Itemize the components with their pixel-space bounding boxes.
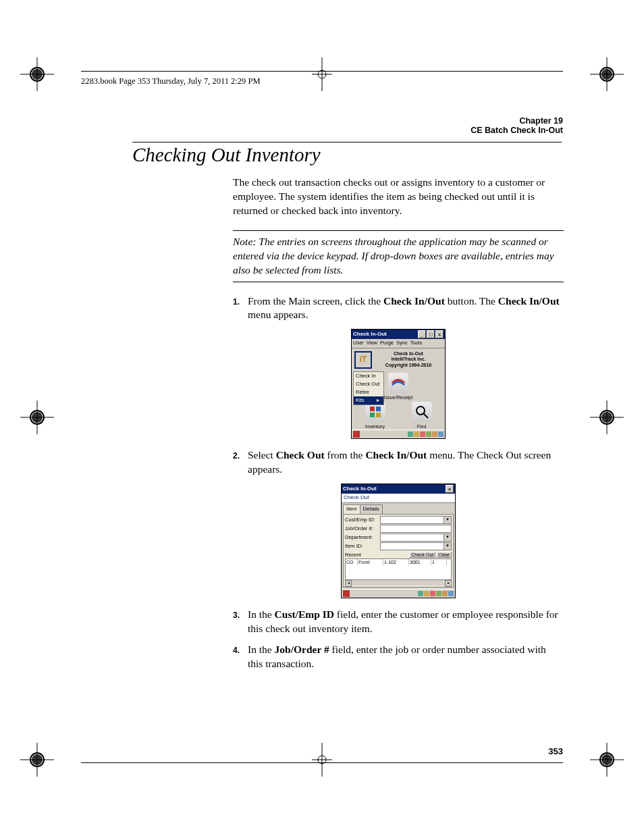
svg-point-9: [32, 754, 43, 765]
department-dropdown[interactable]: ▼: [444, 533, 452, 542]
step-2: 2. Select Check Out from the Check In/Ou…: [233, 448, 564, 477]
menu-item-check-in[interactable]: Check In: [354, 372, 383, 380]
tab-details[interactable]: Details: [360, 504, 383, 514]
inventory-label: Inventory: [352, 423, 398, 429]
step-3: 3. In the Cust/Emp ID field, enter the c…: [233, 608, 564, 636]
svg-line-35: [423, 413, 428, 418]
crop-mark: [20, 57, 54, 91]
label-department: Department:: [345, 534, 380, 541]
crop-mark: [590, 743, 624, 777]
table-row: CO Front 1-102 3001 1: [346, 559, 451, 565]
svg-point-1: [32, 69, 43, 80]
label-item-id: Item ID:: [345, 543, 380, 550]
crop-mark: [590, 400, 624, 434]
step-text: Select Check Out from the Check In/Out m…: [248, 448, 564, 477]
menubar: User View Purge Sync Tools: [352, 339, 445, 348]
svg-point-12: [600, 753, 614, 766]
clear-button[interactable]: Clear: [436, 552, 452, 558]
find-icon: [412, 402, 432, 422]
menu-item-check-out[interactable]: Check Out: [354, 380, 383, 388]
crop-mark: [20, 400, 54, 434]
taskbar: [352, 429, 445, 438]
svg-point-13: [601, 754, 612, 765]
svg-point-20: [600, 411, 614, 424]
svg-point-4: [600, 68, 614, 81]
maximize-button[interactable]: □: [427, 330, 435, 338]
window-titlebar: Check In-Out _ □ ×: [352, 330, 445, 339]
svg-rect-31: [376, 407, 381, 411]
step-text: In the Job/Order # field, enter the job …: [248, 643, 564, 671]
svg-rect-33: [376, 413, 381, 417]
intro-paragraph: The check out transaction checks out or …: [233, 176, 564, 218]
svg-rect-30: [370, 407, 375, 411]
svg-point-21: [601, 412, 612, 423]
window-titlebar: Check In-Out ×: [342, 484, 455, 494]
menu-purge[interactable]: Purge: [380, 340, 394, 346]
label-job-order: Job/Order #:: [345, 525, 380, 532]
menu-tools[interactable]: Tools: [410, 340, 423, 346]
system-tray: [408, 432, 444, 437]
close-button[interactable]: ×: [435, 330, 444, 338]
find-cell[interactable]: Find: [398, 400, 445, 429]
brand-line2: IntelliTrack Inc.: [373, 357, 444, 362]
cust-emp-dropdown[interactable]: ▼: [444, 516, 452, 524]
chapter-number: Chapter 19: [519, 116, 563, 126]
item-id-input[interactable]: [380, 542, 444, 550]
running-header: 2283.book Page 353 Thursday, July 7, 201…: [81, 76, 261, 86]
step-1: 1. From the Main screen, click the Check…: [233, 294, 564, 323]
check-out-button[interactable]: Check Out: [409, 552, 435, 558]
svg-point-0: [30, 68, 44, 81]
step-text: From the Main screen, click the Check In…: [248, 294, 564, 323]
brand-line1: Check In-Out: [373, 351, 444, 357]
scroll-right-icon[interactable]: ▸: [445, 580, 452, 587]
step-number: 2.: [233, 448, 248, 477]
check-in-out-popup: Check In Check Out Retire Kits▸: [353, 371, 384, 406]
horizontal-scrollbar[interactable]: ◂ ▸: [345, 580, 452, 585]
job-order-input[interactable]: [380, 525, 452, 533]
crop-mark: [590, 57, 624, 91]
issue-receipt-icon: [388, 373, 408, 393]
find-label: Find: [398, 423, 445, 429]
taskbar: [342, 589, 455, 598]
sub-menubar[interactable]: Check Out: [342, 494, 455, 503]
svg-rect-32: [370, 413, 375, 417]
window-title: Check In-Out: [353, 331, 417, 338]
item-id-dropdown[interactable]: ▼: [444, 542, 452, 550]
step-number: 4.: [233, 643, 248, 671]
department-input[interactable]: [380, 533, 444, 542]
chapter-label: Chapter 19 CE Batch Check In-Out: [471, 116, 563, 135]
section-title: Checking Out Inventory: [132, 142, 562, 166]
scroll-left-icon[interactable]: ◂: [345, 580, 352, 587]
window-title: Check In-Out: [343, 486, 445, 493]
note-block: Note: The entries on screens throughout …: [233, 230, 564, 282]
minimize-button[interactable]: _: [418, 330, 426, 338]
recent-label: Recent: [345, 552, 408, 558]
menu-sync[interactable]: Sync: [396, 340, 408, 346]
brand-row: iT Check In-Out IntelliTrack Inc. Copyri…: [352, 348, 445, 371]
step-4: 4. In the Job/Order # field, enter the j…: [233, 643, 564, 671]
logo-icon: iT: [354, 351, 372, 369]
menu-item-retire[interactable]: Retire: [354, 388, 383, 396]
menu-user[interactable]: User: [353, 340, 364, 346]
chapter-title: CE Batch Check In-Out: [471, 126, 563, 135]
close-button[interactable]: ×: [446, 485, 454, 493]
svg-point-17: [32, 412, 43, 423]
screenshot-check-in-out-menu: Check In-Out _ □ × User View Purge Sync …: [351, 329, 446, 439]
cust-emp-input[interactable]: [380, 516, 444, 524]
step-number: 3.: [233, 608, 248, 636]
crop-mark: [20, 743, 54, 777]
form-panel: Cust/Emp ID: ▼ Job/Order #: Department: …: [343, 514, 454, 588]
start-icon[interactable]: [353, 431, 360, 438]
step-text: In the Cust/Emp ID field, enter the cust…: [248, 608, 564, 636]
tab-item[interactable]: Item: [343, 504, 360, 514]
menu-item-kits[interactable]: Kits▸: [354, 396, 383, 405]
svg-point-8: [30, 753, 44, 766]
issue-receipt-cell[interactable]: Check In Check Out Retire Kits▸ Issue/Re…: [352, 371, 445, 400]
screenshot-check-out-screen: Check In-Out × Check Out Item Details Cu…: [341, 484, 456, 598]
system-tray: [418, 591, 454, 596]
svg-point-16: [30, 411, 44, 424]
start-icon[interactable]: [343, 590, 350, 597]
menu-view[interactable]: View: [367, 340, 377, 346]
recent-grid[interactable]: CO Front 1-102 3001 1: [345, 558, 452, 580]
step-number: 1.: [233, 294, 248, 323]
